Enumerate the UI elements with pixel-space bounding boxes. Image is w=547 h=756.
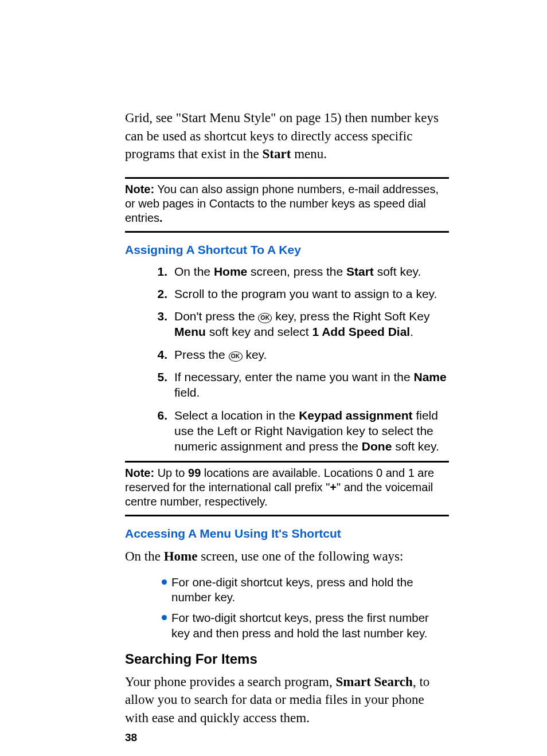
bullet-text: For two-digit shortcut keys, press the f… [171,610,449,640]
intro-bold: Start [263,147,291,161]
step-bold: Name [414,370,447,383]
page-number: 38 [125,731,449,744]
bullet-text: For one-digit shortcut keys, press and h… [171,575,449,605]
step-text: Press the OK key. [174,347,449,362]
intro-paragraph: Grid, see "Start Menu Style" on page 15)… [125,109,449,163]
lead-bold: Home [164,549,198,563]
step-bold: Start [346,265,374,278]
note-label: Note: [125,467,154,479]
step-span: soft key. [392,440,439,453]
step-number: 2. [125,286,174,301]
intro-post: menu. [291,147,327,161]
step-span: Select a location in the [174,409,299,422]
note-end: . [159,211,163,224]
step-span: . [410,325,413,338]
subheading-assigning: Assigning A Shortcut To A Key [125,243,449,257]
note-bold: 99 [188,467,201,479]
step-number: 3. [125,308,174,324]
bullet-icon [162,579,167,585]
step-number: 6. [125,408,174,423]
step-item: 2.Scroll to the program you want to assi… [125,286,449,301]
step-bold: Done [362,440,392,453]
step-span: Don't press the [174,310,258,323]
step-text: On the Home screen, press the Start soft… [174,264,449,279]
step-span: screen, press the [247,265,346,278]
section-b-lead: On the Home screen, use one of the follo… [125,547,449,566]
heading-searching: Searching For Items [125,651,449,667]
step-span: soft key and select [206,325,312,338]
step-number: 1. [125,264,174,279]
note-span: Up to [154,467,188,479]
note-bold: + [330,481,337,493]
rule [125,515,449,516]
step-item: 1.On the Home screen, press the Start so… [125,264,449,279]
rule [125,231,449,233]
note-text: You can also assign phone numbers, e-mai… [125,183,439,224]
step-text: Select a location in the Keypad assignme… [174,408,449,455]
lead-pre: On the [125,549,164,563]
step-span: soft key. [374,265,421,278]
c-pre: Your phone provides a search program, [125,675,336,689]
step-item: 3.Don't press the OK key, press the Righ… [125,308,449,340]
note-1: Note: You can also assign phone numbers,… [125,179,449,225]
note-label: Note: [125,183,154,195]
note-2: Note: Up to 99 locations are available. … [125,463,449,509]
step-span: On the [174,265,214,278]
lead-post: screen, use one of the following ways: [197,549,403,563]
step-text: If necessary, enter the name you want in… [174,369,449,401]
step-bold: Menu [174,325,206,338]
step-item: 5.If necessary, enter the name you want … [125,369,449,401]
bullet-item: For one-digit shortcut keys, press and h… [125,575,449,605]
step-text: Scroll to the program you want to assign… [174,286,449,301]
step-bold: Home [214,265,247,278]
steps-list: 1.On the Home screen, press the Start so… [125,264,449,455]
step-span: Scroll to the program you want to assign… [174,287,437,300]
step-bold: Keypad assignment [299,409,412,422]
step-span: field. [174,386,200,399]
section-c-body: Your phone provides a search program, Sm… [125,673,449,727]
step-bold: 1 Add Speed Dial [312,325,410,338]
step-item: 4.Press the OK key. [125,347,449,362]
subheading-accessing: Accessing A Menu Using It's Shortcut [125,527,449,540]
step-text: Don't press the OK key, press the Right … [174,308,449,340]
step-item: 6.Select a location in the Keypad assign… [125,408,449,455]
bullets-list: For one-digit shortcut keys, press and h… [125,575,449,641]
bullet-icon [162,615,167,620]
step-span: key, press the Right Soft Key [272,310,429,323]
step-number: 5. [125,369,174,385]
step-span: If necessary, enter the name you want in… [174,370,414,383]
bullet-item: For two-digit shortcut keys, press the f… [125,610,449,640]
ok-key-icon: OK [258,313,272,323]
ok-key-icon: OK [229,351,243,362]
c-bold: Smart Search [336,675,413,689]
step-span: Press the [174,348,229,361]
step-span: key. [243,348,267,361]
document-page: Grid, see "Start Menu Style" on page 15)… [125,109,449,744]
step-number: 4. [125,347,174,362]
